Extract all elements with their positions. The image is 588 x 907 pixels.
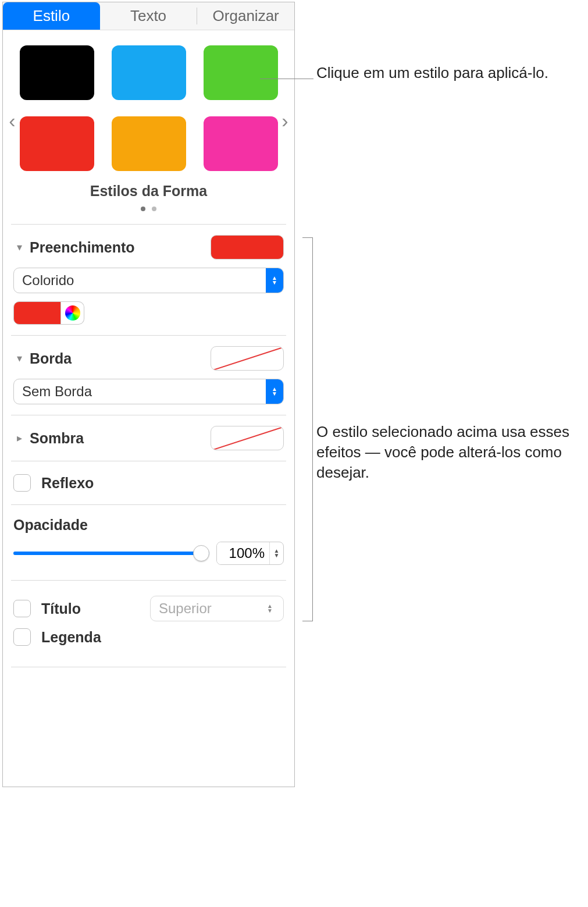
fill-type-value: Colorido xyxy=(22,272,74,289)
style-swatch-6[interactable] xyxy=(204,116,278,171)
divider xyxy=(11,667,286,667)
tab-text[interactable]: Texto xyxy=(100,2,197,30)
style-swatch-3[interactable] xyxy=(204,45,278,100)
fill-color-chip[interactable] xyxy=(13,301,61,325)
color-wheel-icon xyxy=(65,305,80,321)
inspector-tabs: Estilo Texto Organizar xyxy=(3,2,294,30)
title-position-value: Superior xyxy=(159,600,212,617)
opacity-field: ▲▼ xyxy=(216,542,284,565)
styles-page-dots xyxy=(9,203,288,214)
border-section: ▾ Borda Sem Borda ▲▼ xyxy=(3,336,294,415)
caption-label: Legenda xyxy=(41,629,101,646)
page-dot-1[interactable] xyxy=(141,207,145,211)
opacity-label: Opacidade xyxy=(13,517,284,533)
opacity-stepper[interactable]: ▲▼ xyxy=(269,542,283,564)
border-type-value: Sem Borda xyxy=(22,383,92,400)
fill-type-select[interactable]: Colorido ▲▼ xyxy=(13,268,284,293)
fill-label: Preenchimento xyxy=(30,239,135,256)
style-swatch-2[interactable] xyxy=(112,45,186,100)
reflection-label: Reflexo xyxy=(41,475,94,492)
style-swatch-5[interactable] xyxy=(112,116,186,171)
color-wheel-button[interactable] xyxy=(61,301,84,325)
title-label: Título xyxy=(41,600,81,617)
callout-leader-line xyxy=(260,79,313,79)
opacity-slider[interactable] xyxy=(13,544,209,563)
title-checkbox[interactable] xyxy=(13,600,31,617)
tab-organize[interactable]: Organizar xyxy=(197,2,294,30)
title-position-select[interactable]: Superior ▲▼ xyxy=(150,596,284,621)
tab-style[interactable]: Estilo xyxy=(3,2,100,30)
callout-text-1: Clique em um estilo para aplicá-lo. xyxy=(316,63,572,83)
style-swatch-1[interactable] xyxy=(20,45,94,100)
opacity-section: Opacidade ▲▼ xyxy=(3,505,294,580)
opacity-input[interactable] xyxy=(217,542,269,564)
styles-next-icon[interactable]: › xyxy=(278,109,292,132)
style-swatch-4[interactable] xyxy=(20,116,94,171)
style-swatch-grid xyxy=(9,45,288,171)
shadow-label: Sombra xyxy=(30,430,84,447)
callout-text-2: O estilo selecionado acima usa esses efe… xyxy=(316,422,584,483)
page-dot-2[interactable] xyxy=(152,207,156,211)
border-type-select[interactable]: Sem Borda ▲▼ xyxy=(13,379,284,404)
chevron-down-icon[interactable]: ▾ xyxy=(13,352,25,365)
border-color-well-none[interactable] xyxy=(211,346,284,371)
shadow-section: ▸ Sombra xyxy=(3,415,294,461)
format-inspector-panel: Estilo Texto Organizar ‹ › Estilos da Fo… xyxy=(2,2,295,787)
fill-color-well[interactable] xyxy=(211,235,284,259)
shadow-color-well-none[interactable] xyxy=(211,426,284,450)
select-stepper-icon: ▲▼ xyxy=(266,268,283,293)
chevron-right-icon[interactable]: ▸ xyxy=(13,432,25,444)
reflection-section: Reflexo xyxy=(3,461,294,504)
shape-styles-title: Estilos da Forma xyxy=(9,183,288,200)
fill-section: ▾ Preenchimento Colorido ▲▼ xyxy=(3,225,294,335)
border-label: Borda xyxy=(30,350,72,367)
title-caption-section: Título Superior ▲▼ Legenda xyxy=(3,581,294,667)
select-stepper-icon: ▲▼ xyxy=(266,379,283,404)
fill-color-row xyxy=(13,301,284,325)
styles-prev-icon[interactable]: ‹ xyxy=(5,109,19,132)
caption-checkbox[interactable] xyxy=(13,628,31,646)
select-stepper-icon: ▲▼ xyxy=(261,596,279,621)
callout-bracket xyxy=(302,237,313,621)
chevron-down-icon[interactable]: ▾ xyxy=(13,241,25,254)
slider-thumb-icon[interactable] xyxy=(193,545,209,561)
shape-styles-section: ‹ › Estilos da Forma xyxy=(3,30,294,224)
reflection-checkbox[interactable] xyxy=(13,474,31,492)
